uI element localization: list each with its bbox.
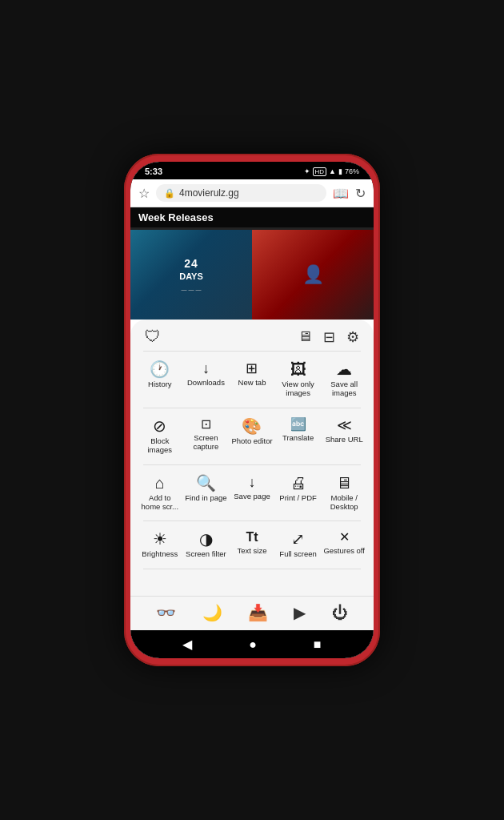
photo-editor-icon: 🎨 (242, 418, 262, 434)
divider-1 (143, 408, 361, 408)
movie-thumb-1: 24 DAYS — — — (130, 230, 252, 320)
download-user-icon[interactable]: 📥 (248, 603, 268, 622)
menu-item-print-pdf[interactable]: 🖨 Print / PDF (275, 470, 322, 517)
history-label: History (148, 380, 172, 388)
share-url-icon: ≪ (337, 418, 352, 432)
divider-4 (143, 569, 361, 569)
menu-item-save-all-images[interactable]: ☁ Save all images (321, 356, 367, 403)
home-button[interactable]: ● (249, 637, 257, 652)
reader-mode-icon[interactable]: 📖 (333, 186, 349, 201)
nav-bar: ◀ ● ■ (130, 630, 374, 658)
mobile-desktop-icon: 🖥 (336, 475, 352, 491)
phone-inner: 5:33 ✦ HD ▲ ▮ 76% ☆ 🔒 4movierulz.gg 📖 (130, 162, 374, 658)
movie-thumb-2: 👤 (252, 230, 374, 320)
screen-capture-label: Screen capture (185, 433, 228, 452)
save-page-icon: ↓ (248, 475, 255, 489)
find-page-label: Find in page (185, 493, 226, 502)
brightness-label: Brightness (142, 549, 178, 558)
menu-item-block-images[interactable]: ⊘ Block images (137, 413, 183, 460)
lock-icon: 🔒 (164, 188, 175, 199)
url-bar[interactable]: 🔒 4movierulz.gg (156, 184, 326, 202)
menu-item-share-url[interactable]: ≪ Share URL (321, 413, 367, 460)
brightness-icon: ☀ (153, 531, 167, 547)
menu-item-gestures-off[interactable]: ✕ Gestures off (321, 526, 367, 563)
add-home-label: Add to home scr... (138, 493, 182, 512)
url-text: 4movierulz.gg (179, 187, 239, 199)
menu-item-text-size[interactable]: Tt Text size (229, 526, 275, 563)
add-home-icon: ⌂ (155, 475, 165, 491)
full-screen-label: Full screen (279, 549, 316, 558)
text-size-label: Text size (238, 546, 267, 555)
save-page-label: Save page (234, 492, 270, 500)
photo-editor-label: Photo editor (231, 436, 272, 445)
back-button[interactable]: ◀ (182, 637, 192, 652)
share-url-label: Share URL (326, 435, 363, 444)
block-images-label: Block images (138, 436, 182, 455)
status-icons: ✦ HD ▲ ▮ 76% (304, 167, 360, 176)
hd-badge: HD (313, 167, 327, 176)
menu-item-screen-capture[interactable]: ⊡ Screen capture (183, 413, 230, 460)
divider-2 (143, 464, 361, 465)
translate-icon: 🔤 (290, 418, 306, 431)
save-images-icon: ☁ (336, 361, 352, 377)
shield-icon[interactable]: 🛡 (145, 328, 161, 346)
block-images-icon: ⊘ (153, 418, 166, 434)
battery-icon: ▮ (338, 167, 342, 175)
menu-item-mobile-desktop[interactable]: 🖥 Mobile / Desktop (321, 470, 367, 517)
find-page-icon: 🔍 (196, 475, 216, 491)
moon-icon[interactable]: 🌙 (202, 603, 222, 622)
new-tab-icon: ⊞ (246, 361, 258, 376)
save-images-label: Save all images (322, 380, 366, 398)
menu-panel: 🛡 🖥 ⊟ ⚙ 🕐 History ↓ (130, 320, 374, 630)
refresh-icon[interactable]: ↻ (355, 186, 366, 201)
menu-item-photo-editor[interactable]: 🎨 Photo editor (229, 413, 275, 460)
recent-button[interactable]: ■ (314, 637, 322, 652)
glasses-icon[interactable]: 👓 (156, 603, 176, 622)
panel-top-row: 🛡 🖥 ⊟ ⚙ (130, 320, 374, 349)
gestures-off-icon: ✕ (339, 531, 350, 544)
power-icon[interactable]: ⏻ (332, 604, 348, 622)
phone-frame: 5:33 ✦ HD ▲ ▮ 76% ☆ 🔒 4movierulz.gg 📖 (124, 154, 380, 666)
network-icon: ✦ (304, 167, 310, 175)
full-screen-icon: ⤢ (291, 531, 305, 547)
menu-grid-row2: ⊘ Block images ⊡ Screen capture 🎨 Photo … (130, 410, 374, 463)
menu-item-save-page[interactable]: ↓ Save page (229, 470, 275, 517)
menu-item-find-page[interactable]: 🔍 Find in page (183, 470, 230, 517)
menu-item-downloads[interactable]: ↓ Downloads (183, 356, 230, 403)
downloads-label: Downloads (187, 378, 225, 387)
menu-grid-row4: ☀ Brightness ◑ Screen filter Tt Text siz… (130, 523, 374, 566)
web-content-preview: Week Releases 24 DAYS — — — 👤 (130, 207, 374, 320)
screen-capture-icon: ⊡ (201, 418, 211, 431)
week-releases-bar: Week Releases (130, 207, 374, 227)
bottom-row-icons: 👓 🌙 📥 ▶ ⏻ (130, 596, 374, 630)
menu-item-brightness[interactable]: ☀ Brightness (137, 526, 183, 563)
menu-grid-row3: ⌂ Add to home scr... 🔍 Find in page ↓ Sa… (130, 467, 374, 520)
history-icon: 🕐 (150, 361, 170, 377)
screen-filter-label: Screen filter (186, 549, 226, 558)
view-images-icon: 🖼 (290, 361, 306, 377)
menu-item-add-home[interactable]: ⌂ Add to home scr... (137, 470, 183, 517)
bookmark-icon[interactable]: ☆ (138, 186, 150, 201)
video-icon[interactable]: ▶ (294, 603, 306, 622)
divider-3 (143, 521, 361, 521)
print-pdf-label: Print / PDF (279, 493, 316, 502)
monitor-icon[interactable]: 🖥 (298, 328, 312, 345)
screen-filter-icon: ◑ (199, 531, 213, 547)
menu-item-new-tab[interactable]: ⊞ New tab (229, 356, 275, 403)
menu-item-view-only-images[interactable]: 🖼 View only images (275, 356, 322, 403)
menu-item-history[interactable]: 🕐 History (137, 356, 183, 403)
settings-icon[interactable]: ⚙ (346, 328, 359, 346)
browser-chrome: ☆ 🔒 4movierulz.gg 📖 ↻ (130, 179, 374, 207)
screen: 5:33 ✦ HD ▲ ▮ 76% ☆ 🔒 4movierulz.gg 📖 (130, 162, 374, 658)
menu-item-screen-filter[interactable]: ◑ Screen filter (183, 526, 230, 563)
menu-item-translate[interactable]: 🔤 Translate (275, 413, 322, 460)
menu-grid-row1: 🕐 History ↓ Downloads ⊞ New tab 🖼 View o… (130, 353, 374, 406)
panel-top-icons: 🖥 ⊟ ⚙ (298, 328, 359, 346)
mobile-desktop-label: Mobile / Desktop (322, 493, 366, 512)
tabs-icon[interactable]: ⊟ (323, 328, 335, 346)
notch (228, 162, 276, 176)
status-time: 5:33 (145, 167, 162, 176)
menu-item-full-screen[interactable]: ⤢ Full screen (275, 526, 322, 563)
gestures-off-label: Gestures off (323, 546, 365, 555)
week-releases-label: Week Releases (138, 211, 214, 223)
